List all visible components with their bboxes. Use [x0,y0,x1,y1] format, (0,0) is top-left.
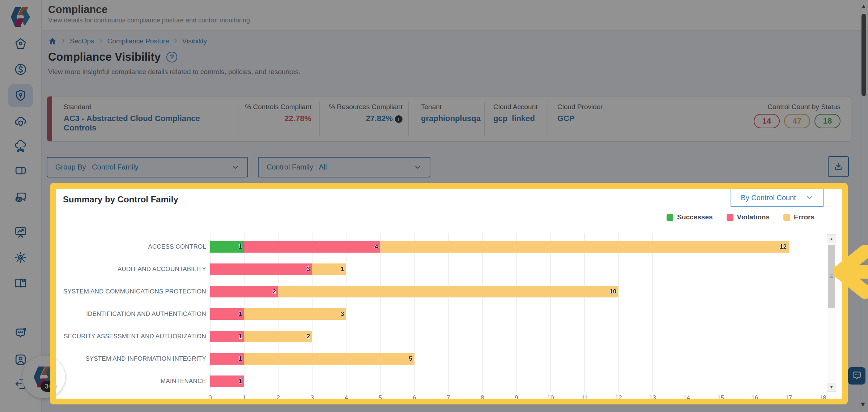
grid-line [448,233,449,392]
sidebar-item-ai-assist[interactable]: AI [13,190,28,205]
cloud-provider-label: Cloud Provider [557,103,744,111]
bar-segment-errors[interactable]: 5 [244,353,414,365]
bar-row: 1412 [210,241,789,253]
resources-compliant-label: % Resources Compliant [320,103,403,111]
category-label: IDENTIFICATION AND AUTHENTICATION [61,310,206,318]
breadcrumb-compliance-posture[interactable]: Compliance Posture [107,37,169,45]
chevron-down-icon [805,194,813,202]
chevron-down-icon [231,163,239,171]
split-card-icon [14,164,27,177]
bar-segment-violations[interactable]: 3 [210,263,312,275]
bar-row: 1 [210,375,244,387]
tick-label: 14 [683,394,690,402]
sidebar-item-profile[interactable] [13,352,28,367]
page-scrollbar-thumb[interactable] [861,14,866,96]
gear-icon [14,251,27,264]
category-label: ACCESS CONTROL [61,243,206,250]
logo-teal-shape [22,8,30,26]
chart-scroll-up-button[interactable]: ▲ [827,235,836,243]
sidebar-item-feedback[interactable] [13,327,28,341]
sidebar-item-home[interactable] [13,37,28,51]
card-accent-bar [47,96,52,141]
category-label: SYSTEM AND COMMUNICATIONS PROTECTION [61,288,206,295]
legend-item-errors[interactable]: Errors [783,213,814,221]
bar-segment-violations[interactable]: 1 [210,353,244,365]
grid-line [721,233,721,392]
legend-item-violations[interactable]: Violations [727,213,770,221]
info-icon[interactable]: i [395,115,403,123]
sidebar-item-cloud-network[interactable] [13,139,28,154]
legend-item-successes[interactable]: Successes [667,213,712,221]
chart-scroll-down-button[interactable]: ▼ [827,383,836,391]
category-label: MAINTENANCE [61,378,206,385]
legend-swatch [667,214,673,221]
floating-assistant-widget[interactable] [22,356,65,398]
standard-label: Standard [64,103,233,111]
tick-label: 8 [481,394,484,402]
legend-label: Violations [737,213,770,221]
breadcrumb-secops[interactable]: SecOps [70,37,94,45]
controls-compliant-label: % Controls Compliant [233,103,311,111]
bar-segment-violations[interactable]: 1 [210,331,244,342]
sidebar-divider [7,317,35,317]
page-scrollbar-track [860,0,860,412]
bar-segment-errors[interactable]: 10 [278,286,618,297]
chat-dots-icon [14,327,27,340]
bar-row: 210 [210,286,618,297]
breadcrumb-home-icon[interactable] [48,37,57,46]
tick-label: 9 [515,394,518,402]
status-badge-errors: 47 [784,114,810,128]
tick-label: 2 [276,394,280,402]
legend-swatch [783,214,790,221]
bar-segment-errors[interactable]: 3 [244,308,346,320]
standard-value-link[interactable]: AC3 - Abstracted Cloud Compliance Contro… [64,114,233,133]
tenant-value: graphionplusqa [421,114,484,123]
breadcrumb-separator: › [174,36,177,45]
bar-segment-violations[interactable]: 2 [210,286,278,297]
support-chat-widget[interactable] [848,367,865,385]
chart-mode-dropdown[interactable]: By Control Count [731,189,824,207]
sidebar-item-security-active[interactable] [13,88,28,103]
page-scroll-down-button[interactable]: ▼ [859,400,867,409]
sidebar-item-docs[interactable] [13,276,28,291]
sidebar-item-cloud-security[interactable] [13,115,28,129]
grid-line [346,233,346,392]
tick-label: 3 [311,394,314,402]
download-icon [833,161,844,172]
chart-scroll-thumb[interactable]: ☰ [828,245,835,308]
bar-segment-violations[interactable]: 1 [210,308,244,320]
breadcrumb-visibility[interactable]: Visibility [182,37,207,45]
page-scroll-up-button[interactable]: ▲ [860,3,867,10]
download-button[interactable] [828,156,849,177]
grid-line [414,233,415,392]
grid-line [380,233,381,392]
grid-line [618,233,619,392]
group-by-dropdown[interactable]: Group By : Control Family [47,157,248,177]
presentation-chart-icon [14,226,27,239]
tick-label: 17 [785,394,792,402]
tick-label: 11 [581,394,588,402]
bar-segment-violations[interactable]: 4 [244,241,380,253]
app-logo[interactable] [10,6,31,30]
chart-mode-dropdown-value: By Control Count [741,194,796,202]
sidebar-item-settings[interactable] [13,250,28,265]
app-title: Compliance [48,4,107,16]
controls-compliant-value: 22.78% [233,114,311,123]
bar-segment-errors[interactable]: 2 [244,331,312,342]
sidebar-item-inventory[interactable] [13,163,28,178]
control-family-dropdown[interactable]: Control Family : All [258,157,430,177]
control-count-label: Control Count by Status [744,103,841,111]
sidebar: AI [0,0,42,412]
legend-label: Successes [677,213,712,221]
grid-line [550,233,551,392]
open-book-icon [14,277,27,290]
bar-segment-successes[interactable]: 1 [210,241,244,253]
tick-label: 7 [447,394,450,402]
sidebar-item-reports[interactable] [13,225,28,239]
sidebar-item-cost[interactable] [13,62,28,77]
bar-segment-violations[interactable]: 1 [210,375,244,387]
bar-segment-errors[interactable]: 12 [380,241,789,253]
bar-segment-errors[interactable]: 1 [312,263,346,275]
ai-chat-icon: AI [14,191,27,204]
help-icon[interactable]: ? [166,52,177,63]
